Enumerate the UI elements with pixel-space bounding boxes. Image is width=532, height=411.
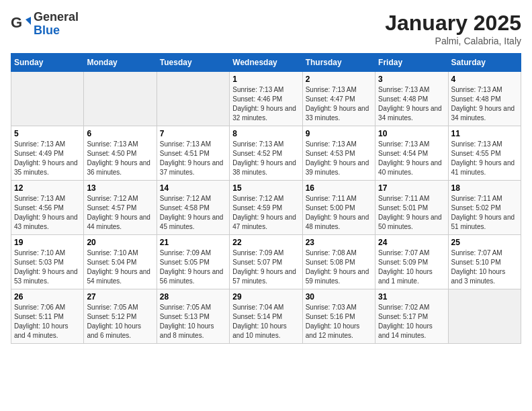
day-info: Sunrise: 7:05 AM Sunset: 5:13 PM Dayligh… bbox=[160, 303, 226, 340]
day-cell: 15Sunrise: 7:12 AM Sunset: 4:59 PM Dayli… bbox=[230, 181, 302, 235]
day-info: Sunrise: 7:13 AM Sunset: 4:54 PM Dayligh… bbox=[378, 140, 445, 177]
day-number: 24 bbox=[378, 238, 445, 247]
weekday-header-sunday: Sunday bbox=[11, 54, 84, 72]
day-cell: 25Sunrise: 7:07 AM Sunset: 5:10 PM Dayli… bbox=[448, 235, 521, 289]
day-number: 17 bbox=[378, 183, 445, 193]
day-info: Sunrise: 7:02 AM Sunset: 5:17 PM Dayligh… bbox=[378, 303, 445, 340]
page-header: G General Blue January 2025 Palmi, Calab… bbox=[11, 11, 521, 46]
day-cell: 8Sunrise: 7:13 AM Sunset: 4:52 PM Daylig… bbox=[230, 126, 302, 181]
location-text: Palmi, Calabria, Italy bbox=[385, 36, 521, 46]
week-row-3: 12Sunrise: 7:13 AM Sunset: 4:56 PM Dayli… bbox=[11, 181, 521, 235]
day-number: 28 bbox=[160, 292, 226, 302]
day-number: 7 bbox=[160, 129, 226, 138]
day-cell: 27Sunrise: 7:05 AM Sunset: 5:12 PM Dayli… bbox=[84, 289, 157, 344]
day-number: 19 bbox=[14, 238, 81, 247]
day-number: 10 bbox=[378, 129, 445, 138]
day-info: Sunrise: 7:05 AM Sunset: 5:12 PM Dayligh… bbox=[87, 303, 153, 340]
day-cell: 2Sunrise: 7:13 AM Sunset: 4:47 PM Daylig… bbox=[302, 72, 375, 126]
day-cell: 4Sunrise: 7:13 AM Sunset: 4:48 PM Daylig… bbox=[448, 72, 521, 126]
day-info: Sunrise: 7:11 AM Sunset: 5:02 PM Dayligh… bbox=[451, 194, 518, 232]
day-number: 31 bbox=[378, 292, 445, 302]
month-title: January 2025 bbox=[385, 11, 521, 36]
day-info: Sunrise: 7:12 AM Sunset: 4:58 PM Dayligh… bbox=[160, 194, 226, 232]
day-cell bbox=[84, 72, 157, 126]
day-info: Sunrise: 7:10 AM Sunset: 5:03 PM Dayligh… bbox=[14, 248, 81, 286]
day-cell: 29Sunrise: 7:04 AM Sunset: 5:14 PM Dayli… bbox=[230, 289, 302, 344]
day-number: 2 bbox=[306, 75, 372, 84]
logo-general-text: General bbox=[34, 11, 79, 24]
day-info: Sunrise: 7:13 AM Sunset: 4:49 PM Dayligh… bbox=[14, 140, 81, 177]
day-number: 6 bbox=[87, 129, 153, 138]
title-section: January 2025 Palmi, Calabria, Italy bbox=[385, 11, 521, 46]
day-cell: 3Sunrise: 7:13 AM Sunset: 4:48 PM Daylig… bbox=[375, 72, 448, 126]
day-cell: 30Sunrise: 7:03 AM Sunset: 5:16 PM Dayli… bbox=[302, 289, 375, 344]
day-info: Sunrise: 7:13 AM Sunset: 4:48 PM Dayligh… bbox=[378, 85, 445, 123]
day-info: Sunrise: 7:13 AM Sunset: 4:56 PM Dayligh… bbox=[14, 194, 81, 232]
day-info: Sunrise: 7:08 AM Sunset: 5:08 PM Dayligh… bbox=[306, 248, 372, 286]
week-row-4: 19Sunrise: 7:10 AM Sunset: 5:03 PM Dayli… bbox=[11, 235, 521, 289]
day-info: Sunrise: 7:13 AM Sunset: 4:47 PM Dayligh… bbox=[306, 85, 372, 123]
day-cell: 6Sunrise: 7:13 AM Sunset: 4:50 PM Daylig… bbox=[84, 126, 157, 181]
day-info: Sunrise: 7:04 AM Sunset: 5:14 PM Dayligh… bbox=[232, 303, 299, 340]
day-info: Sunrise: 7:03 AM Sunset: 5:16 PM Dayligh… bbox=[306, 303, 372, 340]
day-number: 26 bbox=[14, 292, 81, 302]
calendar-table: SundayMondayTuesdayWednesdayThursdayFrid… bbox=[11, 53, 521, 344]
day-info: Sunrise: 7:09 AM Sunset: 5:07 PM Dayligh… bbox=[232, 248, 299, 286]
weekday-header-monday: Monday bbox=[84, 54, 157, 72]
day-cell: 13Sunrise: 7:12 AM Sunset: 4:57 PM Dayli… bbox=[84, 181, 157, 235]
day-info: Sunrise: 7:09 AM Sunset: 5:05 PM Dayligh… bbox=[160, 248, 226, 286]
day-cell: 22Sunrise: 7:09 AM Sunset: 5:07 PM Dayli… bbox=[230, 235, 302, 289]
day-number: 5 bbox=[14, 129, 81, 138]
day-number: 29 bbox=[232, 292, 299, 302]
day-cell: 14Sunrise: 7:12 AM Sunset: 4:58 PM Dayli… bbox=[157, 181, 229, 235]
day-number: 25 bbox=[451, 238, 518, 247]
day-info: Sunrise: 7:11 AM Sunset: 5:00 PM Dayligh… bbox=[306, 194, 372, 232]
day-cell: 24Sunrise: 7:07 AM Sunset: 5:09 PM Dayli… bbox=[375, 235, 448, 289]
day-info: Sunrise: 7:10 AM Sunset: 5:04 PM Dayligh… bbox=[87, 248, 153, 286]
day-info: Sunrise: 7:13 AM Sunset: 4:50 PM Dayligh… bbox=[87, 140, 153, 177]
day-number: 22 bbox=[232, 238, 299, 247]
day-cell: 7Sunrise: 7:13 AM Sunset: 4:51 PM Daylig… bbox=[157, 126, 229, 181]
day-cell: 10Sunrise: 7:13 AM Sunset: 4:54 PM Dayli… bbox=[375, 126, 448, 181]
day-cell: 18Sunrise: 7:11 AM Sunset: 5:02 PM Dayli… bbox=[448, 181, 521, 235]
day-cell: 11Sunrise: 7:13 AM Sunset: 4:55 PM Dayli… bbox=[448, 126, 521, 181]
day-info: Sunrise: 7:11 AM Sunset: 5:01 PM Dayligh… bbox=[378, 194, 445, 232]
day-info: Sunrise: 7:13 AM Sunset: 4:53 PM Dayligh… bbox=[306, 140, 372, 177]
day-number: 23 bbox=[306, 238, 372, 247]
day-number: 13 bbox=[87, 183, 153, 193]
week-row-5: 26Sunrise: 7:06 AM Sunset: 5:11 PM Dayli… bbox=[11, 289, 521, 344]
day-info: Sunrise: 7:07 AM Sunset: 5:10 PM Dayligh… bbox=[451, 248, 518, 286]
day-cell: 12Sunrise: 7:13 AM Sunset: 4:56 PM Dayli… bbox=[11, 181, 84, 235]
day-number: 30 bbox=[306, 292, 372, 302]
day-cell: 23Sunrise: 7:08 AM Sunset: 5:08 PM Dayli… bbox=[302, 235, 375, 289]
weekday-header-friday: Friday bbox=[375, 54, 448, 72]
day-number: 9 bbox=[306, 129, 372, 138]
day-info: Sunrise: 7:13 AM Sunset: 4:48 PM Dayligh… bbox=[451, 85, 518, 123]
day-number: 27 bbox=[87, 292, 153, 302]
week-row-2: 5Sunrise: 7:13 AM Sunset: 4:49 PM Daylig… bbox=[11, 126, 521, 181]
day-cell: 1Sunrise: 7:13 AM Sunset: 4:46 PM Daylig… bbox=[230, 72, 302, 126]
day-cell: 31Sunrise: 7:02 AM Sunset: 5:17 PM Dayli… bbox=[375, 289, 448, 344]
day-cell: 17Sunrise: 7:11 AM Sunset: 5:01 PM Dayli… bbox=[375, 181, 448, 235]
weekday-header-tuesday: Tuesday bbox=[157, 54, 229, 72]
day-cell: 26Sunrise: 7:06 AM Sunset: 5:11 PM Dayli… bbox=[11, 289, 84, 344]
day-number: 8 bbox=[232, 129, 299, 138]
day-cell: 16Sunrise: 7:11 AM Sunset: 5:00 PM Dayli… bbox=[302, 181, 375, 235]
day-number: 20 bbox=[87, 238, 153, 247]
weekday-header-wednesday: Wednesday bbox=[230, 54, 302, 72]
logo-icon: G bbox=[11, 14, 31, 34]
day-info: Sunrise: 7:13 AM Sunset: 4:52 PM Dayligh… bbox=[232, 140, 299, 177]
day-number: 12 bbox=[14, 183, 81, 193]
day-number: 3 bbox=[378, 75, 445, 84]
day-info: Sunrise: 7:07 AM Sunset: 5:09 PM Dayligh… bbox=[378, 248, 445, 286]
day-number: 18 bbox=[451, 183, 518, 193]
day-info: Sunrise: 7:13 AM Sunset: 4:46 PM Dayligh… bbox=[232, 85, 299, 123]
logo-blue-text: Blue bbox=[34, 24, 79, 38]
svg-marker-1 bbox=[26, 17, 31, 25]
day-cell bbox=[157, 72, 229, 126]
day-number: 11 bbox=[451, 129, 518, 138]
weekday-header-thursday: Thursday bbox=[302, 54, 375, 72]
day-cell: 21Sunrise: 7:09 AM Sunset: 5:05 PM Dayli… bbox=[157, 235, 229, 289]
svg-text:G: G bbox=[11, 14, 22, 31]
day-cell: 20Sunrise: 7:10 AM Sunset: 5:04 PM Dayli… bbox=[84, 235, 157, 289]
